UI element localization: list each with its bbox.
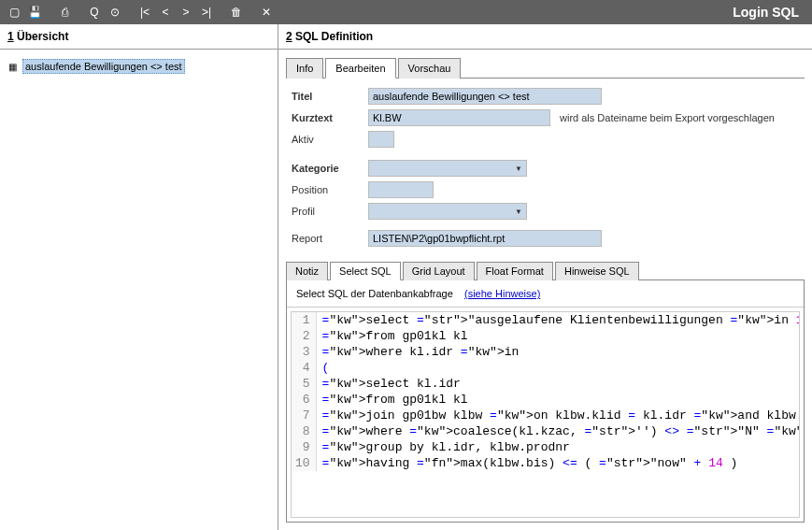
hinweise-link[interactable]: (siehe Hinweise) xyxy=(464,288,540,299)
code-line: 10="kw">having ="fn">max(klbw.bis) <= ( … xyxy=(292,455,800,471)
window-title: Login SQL xyxy=(733,5,806,20)
last-icon[interactable]: >| xyxy=(198,4,215,21)
code-line: 7="kw">join gp01bw klbw ="kw">on klbw.kl… xyxy=(292,408,800,423)
zoom-in-icon[interactable]: ⊙ xyxy=(107,4,123,21)
zoom-out-icon[interactable]: Q xyxy=(86,4,103,21)
chevron-down-icon: ▼ xyxy=(515,165,522,173)
save-icon[interactable]: 💾 xyxy=(26,4,43,21)
code-text[interactable]: ="kw">where kl.idr ="kw">in xyxy=(316,344,800,360)
code-line: 4( xyxy=(292,360,800,376)
tab-vorschau[interactable]: Vorschau xyxy=(398,58,462,79)
code-text[interactable]: ="kw">group by kl.idr, klbw.prodnr xyxy=(316,439,800,455)
tab-info[interactable]: Info xyxy=(286,58,323,79)
report-input[interactable] xyxy=(368,230,602,247)
tab-grid-layout[interactable]: Grid Layout xyxy=(403,262,475,280)
kurztext-hint: wird als Dateiname beim Export vorgeschl… xyxy=(560,112,775,123)
first-icon[interactable]: |< xyxy=(136,4,153,21)
code-line: 1="kw">select ="str">"ausgelaufene Klien… xyxy=(292,312,800,328)
code-line: 2="kw">from gp01kl kl xyxy=(292,328,800,344)
code-line: 8="kw">where ="kw">coalesce(kl.kzac, ="s… xyxy=(292,423,800,439)
titel-input[interactable] xyxy=(368,88,602,105)
kategorie-dropdown[interactable]: ▼ xyxy=(368,160,527,177)
tree-item[interactable]: ▦ auslaufende Bewilligungen <> test xyxy=(6,59,272,74)
sql-item-icon: ▦ xyxy=(6,61,19,72)
prev-icon[interactable]: < xyxy=(157,4,174,21)
code-editor[interactable]: 1="kw">select ="str">"ausgelaufene Klien… xyxy=(291,311,800,518)
tab-notiz[interactable]: Notiz xyxy=(286,262,328,280)
tab-float-format[interactable]: Float Format xyxy=(477,262,553,280)
line-number: 6 xyxy=(292,392,316,408)
aktiv-input[interactable] xyxy=(368,131,394,148)
doc-icon[interactable]: ▢ xyxy=(6,4,22,21)
tree: ▦ auslaufende Bewilligungen <> test xyxy=(0,50,278,83)
code-line: 6="kw">from gp01kl kl xyxy=(292,392,800,408)
kategorie-label: Kategorie xyxy=(292,163,368,174)
code-text[interactable]: ="kw">select kl.idr xyxy=(316,376,800,392)
tab-hinweise-sql[interactable]: Hinweise SQL xyxy=(555,262,639,280)
line-number: 7 xyxy=(292,408,316,423)
code-text[interactable]: ="kw">join gp01bw klbw ="kw">on klbw.kli… xyxy=(316,408,800,423)
line-number: 1 xyxy=(292,312,316,328)
code-text[interactable]: ="kw">select ="str">"ausgelaufene Klient… xyxy=(316,312,800,328)
definition-header: 2 SQL Definition xyxy=(278,24,812,50)
kurztext-input[interactable] xyxy=(368,109,550,126)
profil-label: Profil xyxy=(292,206,368,217)
overview-header: 1 Übersicht xyxy=(0,24,278,50)
code-text[interactable]: ="kw">having ="fn">max(klbw.bis) <= ( ="… xyxy=(316,455,800,471)
tab-bearbeiten[interactable]: Bearbeiten xyxy=(325,58,395,79)
position-label: Position xyxy=(292,184,368,195)
panel-overview: 1 Übersicht ▦ auslaufende Bewilligungen … xyxy=(0,24,278,530)
sql-section: Select SQL der Datenbankabfrage (siehe H… xyxy=(286,280,805,523)
line-number: 10 xyxy=(292,455,316,471)
next-icon[interactable]: > xyxy=(178,4,194,21)
line-number: 2 xyxy=(292,328,316,344)
chevron-down-icon: ▼ xyxy=(515,208,522,216)
panel-definition: 2 SQL Definition Info Bearbeiten Vorscha… xyxy=(278,24,812,530)
line-number: 3 xyxy=(292,344,316,360)
code-line: 9="kw">group by kl.idr, klbw.prodnr xyxy=(292,439,800,455)
line-number: 5 xyxy=(292,376,316,392)
kurztext-label: Kurztext xyxy=(292,112,368,123)
line-number: 8 xyxy=(292,423,316,439)
code-text[interactable]: ="kw">from gp01kl kl xyxy=(316,328,800,344)
titel-label: Titel xyxy=(292,91,368,102)
print-icon[interactable]: ⎙ xyxy=(56,4,73,21)
tab-select-sql[interactable]: Select SQL xyxy=(330,262,401,280)
tabs-sql: Notiz Select SQL Grid Layout Float Forma… xyxy=(286,261,805,280)
titlebar: ▢ 💾 ⎙ Q ⊙ |< < > >| 🗑 ✕ Login SQL xyxy=(0,0,812,24)
profil-dropdown[interactable]: ▼ xyxy=(368,203,527,220)
code-text[interactable]: ="kw">where ="kw">coalesce(kl.kzac, ="st… xyxy=(316,423,800,439)
form-area: Titel Kurztext wird als Dateiname beim E… xyxy=(278,79,812,255)
line-number: 9 xyxy=(292,439,316,455)
code-text[interactable]: ( xyxy=(316,360,800,376)
code-text[interactable]: ="kw">from gp01kl kl xyxy=(316,392,800,408)
report-label: Report xyxy=(292,233,368,244)
position-input[interactable] xyxy=(368,181,434,198)
tabs-main: Info Bearbeiten Vorschau xyxy=(286,57,805,79)
tree-item-label: auslaufende Bewilligungen <> test xyxy=(22,59,185,74)
close-icon[interactable]: ✕ xyxy=(258,4,275,21)
sql-header: Select SQL der Datenbankabfrage (siehe H… xyxy=(287,280,804,308)
code-line: 5="kw">select kl.idr xyxy=(292,376,800,392)
line-number: 4 xyxy=(292,360,316,376)
toolbar: ▢ 💾 ⎙ Q ⊙ |< < > >| 🗑 ✕ xyxy=(6,4,275,21)
trash-icon[interactable]: 🗑 xyxy=(228,4,245,21)
aktiv-label: Aktiv xyxy=(292,134,368,145)
code-line: 3="kw">where kl.idr ="kw">in xyxy=(292,344,800,360)
